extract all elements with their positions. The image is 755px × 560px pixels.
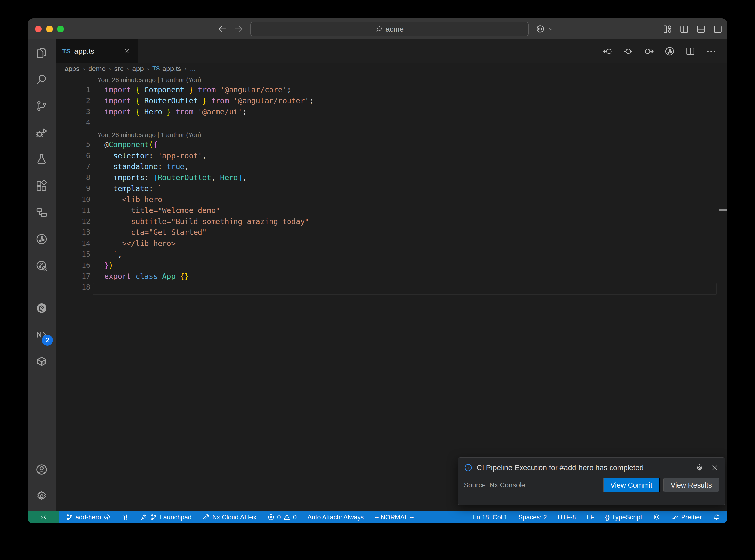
- account-icon: [35, 463, 48, 476]
- activity-item-search[interactable]: [27, 66, 56, 93]
- activity-item-run-and-debug[interactable]: [27, 119, 56, 146]
- source-control-icon: [35, 100, 48, 113]
- code-line[interactable]: ></lib-hero>: [97, 239, 176, 250]
- breadcrumb-item[interactable]: demo: [88, 65, 105, 73]
- indent-guide: [115, 206, 115, 239]
- remote-explorer-icon: [35, 206, 48, 219]
- activity-item-nx-project-details[interactable]: [27, 253, 56, 279]
- tab-close-icon[interactable]: [123, 47, 131, 56]
- code-line[interactable]: standalone: true,: [97, 162, 189, 173]
- code-line[interactable]: subtitle="Build something amazing today": [97, 217, 309, 228]
- zoom-window-button[interactable]: [57, 26, 64, 32]
- activity-item-settings[interactable]: [27, 483, 56, 509]
- activity-item-testing[interactable]: [27, 146, 56, 173]
- toggle-primary-sidebar-icon[interactable]: [679, 24, 690, 34]
- blame-annotation: You, 26 minutes ago | 1 author (You): [56, 75, 728, 85]
- code-line[interactable]: @Component({: [97, 140, 158, 151]
- tab-label: app.ts: [74, 47, 119, 56]
- notification-toast: CI Pipeline Execution for #add-hero has …: [458, 458, 726, 505]
- code-line[interactable]: }): [97, 261, 113, 272]
- status-launchpad[interactable]: Launchpad: [140, 514, 192, 521]
- breadcrumb-item[interactable]: app: [132, 65, 144, 73]
- toggle-secondary-sidebar-icon[interactable]: [713, 24, 723, 34]
- notification-settings-icon[interactable]: [695, 463, 704, 472]
- activity-item-explorer[interactable]: [27, 39, 56, 66]
- copilot-menu[interactable]: [535, 24, 554, 34]
- code-line[interactable]: [97, 118, 104, 129]
- notification-message: CI Pipeline Execution for #add-hero has …: [477, 463, 689, 472]
- nav-forward-circle-icon[interactable]: [643, 46, 654, 57]
- breadcrumb-item[interactable]: src: [114, 65, 123, 73]
- activity-item-accounts[interactable]: [27, 456, 56, 483]
- code-line[interactable]: template: `: [97, 184, 162, 195]
- notification-close-icon[interactable]: [710, 463, 719, 472]
- minimize-window-button[interactable]: [46, 26, 53, 32]
- go-forward-icon[interactable]: [234, 24, 244, 34]
- code-line[interactable]: title="Welcmoe demo": [97, 206, 220, 217]
- code-line[interactable]: cta="Get Started": [97, 228, 206, 239]
- close-window-button[interactable]: [35, 26, 42, 32]
- go-back-icon[interactable]: [217, 24, 227, 34]
- status-formatter[interactable]: Prettier: [671, 514, 702, 521]
- activity-item-nx-console[interactable]: 2: [27, 321, 56, 348]
- code-line[interactable]: import { Hero } from '@acme/ui';: [97, 107, 247, 119]
- status-copilot-status[interactable]: [653, 514, 660, 521]
- status-cursor-position[interactable]: Ln 18, Col 1: [473, 514, 508, 521]
- status-notifications-bell[interactable]: [713, 514, 720, 521]
- breadcrumb-item[interactable]: apps: [65, 65, 80, 73]
- code-editor[interactable]: You, 26 minutes ago | 1 author (You)1imp…: [56, 75, 728, 511]
- remote-indicator[interactable]: [27, 511, 59, 523]
- status-language-mode[interactable]: {}TypeScript: [605, 514, 642, 521]
- status-vim-mode[interactable]: -- NORMAL --: [375, 514, 414, 521]
- branch-small-icon: [150, 514, 157, 521]
- split-editor-icon[interactable]: [685, 46, 696, 57]
- code-line[interactable]: <lib-hero: [97, 195, 162, 206]
- scrollbar-gutter[interactable]: [719, 75, 719, 511]
- line-number: 8: [56, 173, 97, 184]
- activity-item-source-control[interactable]: [27, 93, 56, 119]
- activity-item-edge-browser[interactable]: [27, 295, 56, 321]
- nx-badge: 2: [42, 335, 53, 345]
- info-icon: [464, 463, 473, 472]
- code-line[interactable]: `,: [97, 250, 122, 261]
- nx-graph-circle-icon[interactable]: [664, 46, 675, 57]
- view-commit-button[interactable]: View Commit: [603, 478, 660, 492]
- status-source-control-graph[interactable]: [122, 514, 129, 521]
- activity-item-extensions[interactable]: [27, 173, 56, 199]
- blame-annotation: You, 26 minutes ago | 1 author (You): [56, 129, 728, 140]
- code-line[interactable]: import { RouterOutlet } from '@angular/r…: [97, 96, 314, 107]
- nav-back-circle-icon[interactable]: [602, 46, 613, 57]
- chevron-right-icon: ›: [184, 65, 187, 73]
- breadcrumb: apps›demo›src›app›TSapp.ts›...: [56, 63, 728, 75]
- status-indentation[interactable]: Spaces: 2: [518, 514, 547, 521]
- activity-item-containers[interactable]: [27, 348, 56, 375]
- nav-circle-icon[interactable]: [623, 46, 634, 57]
- status-encoding[interactable]: UTF-8: [558, 514, 576, 521]
- view-results-button[interactable]: View Results: [663, 478, 719, 492]
- container-icon: [35, 355, 48, 368]
- status-problems[interactable]: 00: [267, 514, 297, 521]
- more-actions-icon[interactable]: [706, 46, 717, 57]
- breadcrumb-item[interactable]: app.ts: [162, 65, 181, 73]
- run-debug-icon: [35, 126, 48, 139]
- editor-actions: [602, 39, 728, 63]
- status-nx-cloud-ai-fix[interactable]: Nx Cloud AI Fix: [202, 514, 256, 521]
- status-auto-attach[interactable]: Auto Attach: Always: [307, 514, 364, 521]
- customize-layout-icon[interactable]: [662, 24, 673, 34]
- activity-item-remote-explorer[interactable]: [27, 199, 56, 226]
- code-line[interactable]: selector: 'app-root',: [97, 151, 206, 162]
- search-value: acme: [386, 25, 404, 33]
- status-eol[interactable]: LF: [587, 514, 594, 521]
- activity-item-nx-graph[interactable]: [27, 226, 56, 253]
- status-branch-sync[interactable]: add-hero: [65, 514, 111, 521]
- code-line[interactable]: export class App {}: [97, 272, 189, 283]
- command-center-search[interactable]: acme: [250, 22, 529, 37]
- tab-app-ts[interactable]: TS app.ts: [56, 39, 138, 63]
- extensions-icon: [35, 179, 48, 192]
- line-number: 6: [56, 151, 97, 162]
- code-line[interactable]: imports: [RouterOutlet, Hero],: [97, 173, 247, 184]
- breadcrumb-item[interactable]: ...: [190, 65, 196, 73]
- toggle-panel-icon[interactable]: [696, 24, 706, 34]
- copilot-icon: [535, 24, 545, 34]
- code-line[interactable]: import { Component } from '@angular/core…: [97, 85, 292, 97]
